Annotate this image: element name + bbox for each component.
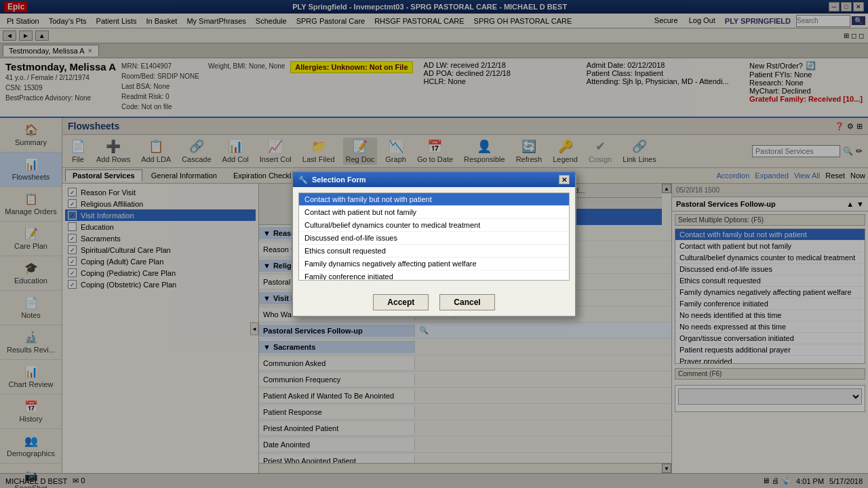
- modal-overlay: 🔧 Selection Form ✕ Contact with family b…: [0, 0, 868, 488]
- modal-list[interactable]: Contact with family but not with patient…: [298, 192, 570, 281]
- modal-titlebar: 🔧 Selection Form ✕: [293, 172, 575, 187]
- modal-body: Contact with family but not with patient…: [293, 187, 575, 291]
- modal-close-btn[interactable]: ✕: [559, 175, 570, 184]
- modal-dialog: 🔧 Selection Form ✕ Contact with family b…: [292, 171, 576, 317]
- modal-cancel-btn[interactable]: Cancel: [439, 294, 494, 310]
- modal-item-contact-family-not-patient[interactable]: Contact with family but not with patient: [299, 193, 569, 206]
- modal-item-ethics-consult[interactable]: Ethics consult requested: [299, 245, 569, 258]
- modal-item-family-conference[interactable]: Family conference initiated: [299, 270, 569, 281]
- modal-accept-btn[interactable]: Accept: [373, 294, 429, 310]
- modal-footer: Accept Cancel: [293, 291, 575, 316]
- modal-item-discussed-eol[interactable]: Discussed end-of-life issues: [299, 232, 569, 245]
- modal-item-contact-patient-not-family[interactable]: Contact with patient but not family: [299, 206, 569, 219]
- modal-icon: 🔧: [298, 176, 308, 184]
- modal-item-cultural-dynamics[interactable]: Cultural/belief dynamics counter to medi…: [299, 219, 569, 232]
- modal-title: Selection Form: [312, 176, 366, 184]
- modal-item-family-dynamics[interactable]: Family dynamics negatively affecting pat…: [299, 258, 569, 270]
